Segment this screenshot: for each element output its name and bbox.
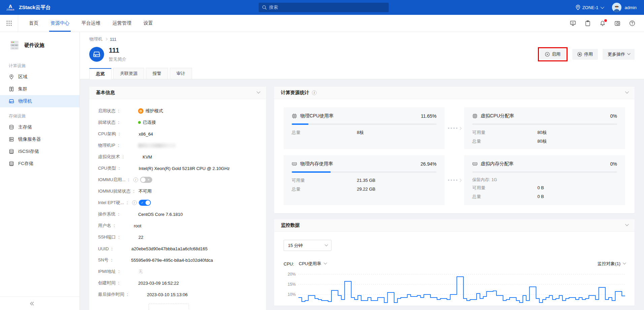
redacted-ip-value [138,143,176,148]
breadcrumb-host[interactable]: 物理机 [89,36,102,42]
tab-alarms[interactable]: 报警 [146,68,168,79]
stat-value: 0% [610,113,617,119]
sidebar-item-host[interactable]: 物理机 [0,95,79,107]
memory-icon [292,161,297,167]
collapse-chevron-icon[interactable] [257,90,260,93]
sidebar-item-primary-storage[interactable]: 主存储 [0,121,79,133]
intel-ept-toggle[interactable]: ✓ [139,200,151,206]
chevron-down-icon [323,261,327,264]
sidebar-item-image-server[interactable]: 镜像服务器 [0,133,79,145]
compute-stats-title: 计算资源统计 [281,90,309,96]
connected-status-icon [138,121,141,124]
more-actions-button[interactable]: 更多操作 [603,49,635,60]
monitor-title: 监控数据 [281,222,300,228]
zstack-logo-icon: A ZStack [5,2,15,13]
sidebar-title: 硬件设施 [24,42,44,49]
cpu-icon [472,113,478,119]
bell-icon[interactable] [600,20,606,26]
stat-value: 11.65% [421,113,437,119]
info-row-intel-ept: Intel EPT硬... i ✓ [98,197,257,208]
y-tick-15: 15% [288,282,296,287]
cpu-usage-chart: 20% 15% 10% [284,271,625,306]
enable-button[interactable]: 启用 [540,49,566,60]
info-row-ipmi: IPMI地址 无 [98,266,257,277]
hardware-facility-icon [9,39,20,51]
info-row-enable-state: 启用状态 ⚙维护模式 [98,105,257,117]
info-row-cpu-type: CPU类型 Intel(R) Xeon(R) Gold 5218R CPU @ … [98,163,257,174]
chevron-down-icon [623,261,626,264]
help-icon[interactable] [629,20,635,26]
sidebar-group-compute: 计算设施 [0,57,79,71]
fc-storage-icon [9,161,14,166]
info-row-virtualization: 虚拟化技术 KVM [98,151,257,163]
stat-value: 0% [610,161,617,167]
collapse-chevron-icon[interactable] [625,222,629,226]
info-row-host-ip: 物理机IP [98,140,257,151]
dotted-arrow-icon [445,107,464,149]
monitor-objects-select[interactable]: 监控对象(1) [598,261,625,267]
iommu-toggle[interactable]: ✕ [140,177,152,183]
nav-item-settings[interactable]: 设置 [137,15,159,32]
memory-icon [472,161,478,167]
sidebar-item-fc-storage[interactable]: FC存储 [0,158,79,170]
period-select[interactable]: 15 分钟 [284,240,331,251]
nav-item-operation-mgmt[interactable]: 运营管理 [106,15,137,32]
sidebar-item-cluster[interactable]: 集群 [0,83,79,95]
chevron-down-icon [600,5,604,9]
page-subtitle: 暂无简介 [109,56,126,62]
sidebar-collapse-button[interactable] [0,297,79,310]
topbar: A ZStack ZStack云平台 搜索 ZONE-1 admin [0,0,644,15]
brand[interactable]: A ZStack ZStack云平台 [0,2,51,13]
info-icon[interactable]: i [133,177,138,182]
tab-related-resources[interactable]: 关联资源 [113,68,144,79]
sidebar: 硬件设施 计算设施 区域 集群 物理机 存储设施 主存储 镜像服务器 iSCSI… [0,32,80,310]
cpu-icon [292,113,297,119]
global-search-input[interactable]: 搜索 [259,3,389,12]
zone-selector[interactable]: ZONE-1 [576,5,603,10]
chart-plot-area [298,271,625,306]
tab-audit[interactable]: 审计 [170,68,192,79]
grid-dots-icon [6,21,12,26]
console-icon[interactable] [570,20,576,26]
stop-circle-icon [577,52,582,57]
metric-label: CPU: [284,261,294,266]
collapse-chevron-icon[interactable] [625,90,629,93]
clipboard-icon[interactable] [585,20,591,26]
apps-grid-icon[interactable] [0,15,18,32]
info-icon[interactable]: i [312,90,317,95]
tab-overview[interactable]: 总览 [89,68,111,79]
tag-placeholder[interactable] [149,304,189,310]
brand-title: ZStack云平台 [19,4,51,11]
nav-item-home[interactable]: 首页 [23,15,44,32]
info-row-ssh-port: SSH端口 22 [98,231,257,243]
breadcrumb-current: 111 [110,37,117,42]
sidebar-item-zone[interactable]: 区域 [0,71,79,83]
info-row-os: 操作系统 CentOS Core 7.6.1810 [98,208,257,220]
search-placeholder: 搜索 [269,4,278,10]
page-title: 111 [109,46,126,54]
chevron-down-icon [627,52,631,55]
stat-card-physical-cpu: 物理CPU使用率 11.65% 总量8核 [284,107,445,149]
nav-item-resource-center[interactable]: 资源中心 [44,15,75,32]
main-navbar: 首页 资源中心 平台运维 运营管理 设置 [0,15,644,32]
stat-value: 26.94% [421,161,437,167]
info-row-sn: SN号 55595e99-679e-495c-b8a4-b1c02d40fdca [98,254,257,266]
info-icon[interactable]: i [132,200,137,205]
reserved-memory-note: 保留内存: 1G [472,176,617,184]
detail-tabs: 总览 关联资源 报警 审计 [80,62,644,79]
sidebar-item-iscsi-storage[interactable]: iSCSI存储 [0,145,79,158]
avatar[interactable] [612,3,621,12]
chevron-down-icon [325,243,328,246]
metric-select[interactable]: CPU使用率 [299,261,326,267]
collapse-icon [30,301,34,306]
audit-icon[interactable] [614,20,620,26]
host-avatar-icon [89,47,104,62]
basic-info-title: 基本信息 [96,90,115,96]
nav-item-platform-ops[interactable]: 平台运维 [75,15,106,32]
progress-bar [472,171,617,173]
basic-info-card: 基本信息 启用状态 ⚙维护模式 就绪状态 已连接 CPU架构 x86_64 [89,87,266,310]
disable-button[interactable]: 停用 [572,49,598,60]
dotted-arrow-icon [445,155,464,205]
info-row-iommu-enable: IOMMU启用... i ✕ [98,174,257,186]
cluster-icon [9,86,14,92]
